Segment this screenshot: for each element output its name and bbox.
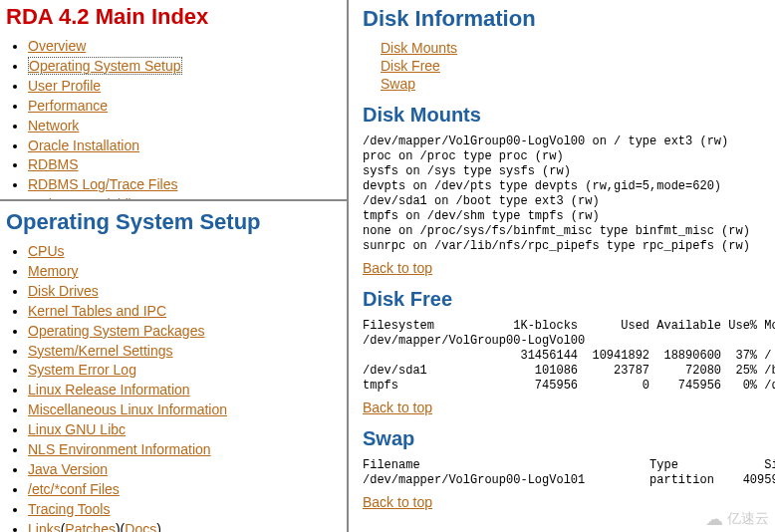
list-item: RDBMS: [28, 156, 341, 174]
nav-link[interactable]: /etc/*conf Files: [28, 481, 120, 497]
list-item: Kernel Tables and IPC: [28, 303, 341, 321]
nav-link[interactable]: Tracing Tools: [28, 501, 110, 517]
toc-link[interactable]: Swap: [381, 76, 415, 92]
list-item: Memory: [28, 263, 341, 281]
watermark: ☁ 亿速云: [705, 508, 769, 530]
list-item: Miscellaneous Linux Information: [28, 401, 341, 419]
main-index-title: RDA 4.2 Main Index: [6, 4, 341, 30]
nav-link[interactable]: System/Kernel Settings: [28, 343, 173, 359]
disk-free-output: Filesystem 1K-blocks Used Available Use%…: [363, 319, 765, 394]
nav-link[interactable]: Overview: [28, 38, 86, 54]
nav-link[interactable]: System Error Log: [28, 362, 136, 378]
list-item: NLS Environment Information: [28, 441, 341, 459]
nav-link[interactable]: NLS Environment Information: [28, 441, 211, 457]
os-setup-pane: Operating System Setup CPUsMemoryDisk Dr…: [0, 201, 347, 532]
list-item: Operating System Packages: [28, 323, 341, 341]
toc-link[interactable]: Disk Free: [381, 58, 440, 74]
list-item: RDBMS Log/Trace Files: [28, 176, 341, 194]
main-container: RDA 4.2 Main Index OverviewOperating Sys…: [0, 0, 775, 532]
os-setup-list: CPUsMemoryDisk DrivesKernel Tables and I…: [6, 243, 341, 532]
back-to-top-link[interactable]: Back to top: [363, 494, 432, 510]
list-item: Oracle Installation: [28, 137, 341, 155]
nav-link[interactable]: CPUs: [28, 243, 65, 259]
content-pane: Disk Information Disk MountsDisk FreeSwa…: [349, 0, 775, 532]
nav-link[interactable]: Linux Release Information: [28, 382, 190, 398]
nav-link[interactable]: Patches: [65, 521, 116, 532]
left-panel: RDA 4.2 Main Index OverviewOperating Sys…: [0, 0, 349, 532]
list-item: Operating System Setup: [28, 58, 341, 76]
disk-mounts-heading: Disk Mounts: [363, 104, 765, 127]
nav-link[interactable]: RDBMS Log/Trace Files: [28, 176, 177, 192]
list-item: CPUs: [28, 243, 341, 261]
disk-free-heading: Disk Free: [363, 288, 765, 311]
nav-link[interactable]: Performance: [28, 98, 108, 114]
main-index-list: OverviewOperating System SetupUser Profi…: [6, 38, 341, 201]
nav-link[interactable]: Memory: [28, 263, 79, 279]
nav-link[interactable]: Kernel Tables and IPC: [28, 303, 166, 319]
list-item: Overview: [28, 38, 341, 56]
main-index-pane: RDA 4.2 Main Index OverviewOperating Sys…: [0, 0, 347, 201]
list-item: Linux GNU Libc: [28, 421, 341, 439]
list-item: /etc/*conf Files: [28, 481, 341, 499]
nav-link[interactable]: Linux GNU Libc: [28, 421, 126, 437]
list-item: Java Version: [28, 461, 341, 479]
nav-link[interactable]: Disk Drives: [28, 283, 99, 299]
nav-link[interactable]: Network: [28, 118, 79, 133]
nav-link[interactable]: RDBMS: [28, 156, 79, 172]
page-title: Disk Information: [363, 6, 765, 32]
list-item: Tracing Tools: [28, 501, 341, 519]
swap-heading: Swap: [363, 427, 765, 450]
nav-link[interactable]: User Profile: [28, 78, 101, 94]
nav-link[interactable]: Java Version: [28, 461, 108, 477]
cloud-icon: ☁: [705, 508, 723, 530]
list-item: System/Kernel Settings: [28, 343, 341, 361]
toc-links: Disk MountsDisk FreeSwap: [363, 40, 765, 92]
nav-link[interactable]: Docs: [125, 521, 156, 532]
list-item: Network: [28, 118, 341, 135]
list-item: System Error Log: [28, 362, 341, 380]
back-to-top-link[interactable]: Back to top: [363, 260, 432, 276]
disk-mounts-output: /dev/mapper/VolGroup00-LogVol00 on / typ…: [363, 134, 765, 254]
list-item: Performance: [28, 98, 341, 116]
list-item: User Profile: [28, 78, 341, 96]
nav-link[interactable]: Miscellaneous Linux Information: [28, 401, 227, 417]
nav-link[interactable]: Links: [28, 521, 61, 532]
watermark-text: 亿速云: [727, 510, 769, 528]
nav-link[interactable]: Operating System Setup: [28, 57, 182, 75]
back-to-top-link[interactable]: Back to top: [363, 399, 432, 415]
list-item: Links(Patches)(Docs): [28, 521, 341, 532]
nav-link[interactable]: Oracle Installation: [28, 137, 139, 153]
list-item: Disk Drives: [28, 283, 341, 301]
swap-output: Filename Type Size /dev/mapper/VolGroup0…: [363, 458, 765, 488]
nav-link[interactable]: Operating System Packages: [28, 323, 204, 339]
os-setup-title: Operating System Setup: [6, 209, 341, 235]
list-item: Linux Release Information: [28, 382, 341, 399]
toc-link[interactable]: Disk Mounts: [381, 40, 457, 56]
